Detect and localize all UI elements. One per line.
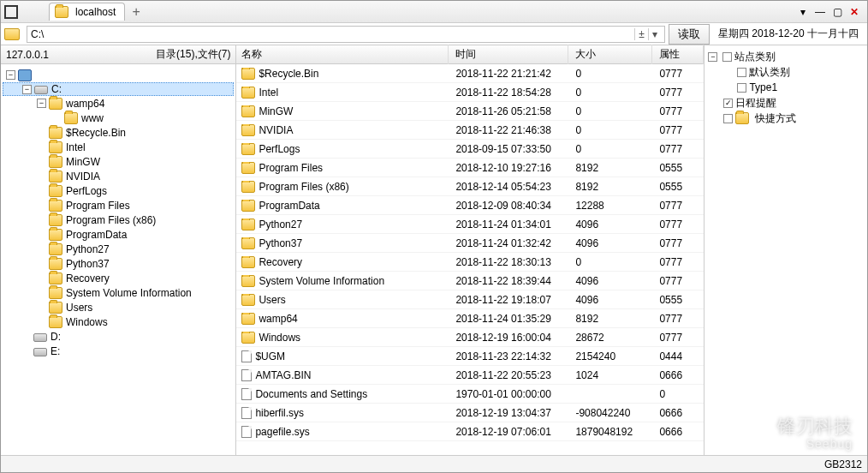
side-root[interactable]: − 站点类别 xyxy=(708,49,864,64)
file-row[interactable]: Python272018-11-24 01:34:0140960777 xyxy=(236,215,704,234)
file-row[interactable]: hiberfil.sys2018-12-19 13:04:37-90804224… xyxy=(236,404,704,422)
file-row[interactable]: Documents and Settings1970-01-01 00:00:0… xyxy=(236,385,704,404)
tree-item[interactable]: MinGW xyxy=(3,154,234,169)
tree-item-label: NVIDIA xyxy=(66,171,100,183)
tab-localhost[interactable]: localhost xyxy=(49,3,125,21)
spacer xyxy=(37,186,46,195)
address-box[interactable]: ± ▾ xyxy=(27,26,665,43)
minus-icon[interactable]: − xyxy=(6,70,15,80)
tree-item[interactable]: Windows xyxy=(3,314,234,329)
dir-summary: 目录(15),文件(7) xyxy=(156,47,230,62)
read-button[interactable]: 读取 xyxy=(669,24,710,45)
tree-item[interactable]: NVIDIA xyxy=(3,169,234,183)
file-icon xyxy=(241,426,252,438)
tree-item[interactable]: Python27 xyxy=(3,242,234,256)
file-row[interactable]: Program Files2018-12-10 19:27:1681920555 xyxy=(236,159,704,177)
spacer xyxy=(37,201,46,210)
checkbox-icon[interactable] xyxy=(722,52,732,62)
checkbox-icon[interactable]: ✓ xyxy=(723,99,733,108)
tree-item[interactable]: −C: xyxy=(3,82,234,96)
file-attr: 0777 xyxy=(652,256,704,268)
checkbox-icon[interactable] xyxy=(737,83,746,93)
col-attr[interactable]: 属性 xyxy=(652,45,704,64)
file-attr: 0777 xyxy=(652,200,704,212)
side-item[interactable]: 默认类别 xyxy=(708,64,864,80)
tree-item[interactable]: − xyxy=(3,68,234,82)
tree-item[interactable]: Recovery xyxy=(3,271,234,285)
tree-item[interactable]: Intel xyxy=(3,140,234,154)
side-panel: − 站点类别 默认类别Type1✓日程提醒快捷方式 xyxy=(705,45,867,455)
tree-item[interactable]: ProgramData xyxy=(3,227,234,242)
tab-title: localhost xyxy=(75,6,116,18)
folder-icon xyxy=(49,127,62,139)
address-dropdown[interactable]: ▾ xyxy=(648,28,661,40)
tree-header: 127.0.0.1 目录(15),文件(7) xyxy=(1,45,235,64)
file-row[interactable]: Users2018-11-22 19:18:0740960555 xyxy=(236,290,704,309)
list-header: 名称 时间 大小 属性 xyxy=(236,45,704,64)
file-row[interactable]: Program Files (x86)2018-12-14 05:54:2381… xyxy=(236,177,704,196)
minus-icon[interactable]: − xyxy=(22,85,32,94)
tree-item[interactable]: Python37 xyxy=(3,256,234,271)
tree-item[interactable]: PerfLogs xyxy=(3,183,234,198)
new-tab-button[interactable]: + xyxy=(125,4,146,20)
file-row[interactable]: wamp642018-11-24 01:35:2981920777 xyxy=(236,309,704,328)
tree-item[interactable]: D: xyxy=(3,329,234,344)
tree-item[interactable]: System Volume Information xyxy=(3,285,234,300)
file-row[interactable]: System Volume Information2018-11-22 18:3… xyxy=(236,272,704,290)
address-input[interactable] xyxy=(31,28,634,40)
file-row[interactable]: Python372018-11-24 01:32:4240960777 xyxy=(236,234,704,253)
file-row[interactable]: Intel2018-11-22 18:54:2800777 xyxy=(236,83,704,102)
file-row[interactable]: $Recycle.Bin2018-11-22 21:21:4200777 xyxy=(236,64,704,83)
file-time: 2018-11-24 01:32:42 xyxy=(449,237,568,249)
minus-icon[interactable]: − xyxy=(37,99,46,108)
file-time: 2018-12-14 05:54:23 xyxy=(449,181,568,193)
close-button[interactable]: ✕ xyxy=(847,5,862,19)
folder-icon xyxy=(241,256,255,268)
window-dropdown-button[interactable]: ▾ xyxy=(795,5,811,19)
minus-icon[interactable]: − xyxy=(708,52,717,62)
minimize-button[interactable]: — xyxy=(812,5,828,19)
file-name: System Volume Information xyxy=(259,275,384,287)
maximize-button[interactable]: ▢ xyxy=(829,5,845,19)
checkbox-icon[interactable] xyxy=(737,68,746,77)
folder-icon xyxy=(49,141,62,153)
file-row[interactable]: Recovery2018-11-22 18:30:1300777 xyxy=(236,253,704,272)
drive-icon xyxy=(33,348,47,356)
file-row[interactable]: $UGM2018-11-23 22:14:3221542400444 xyxy=(236,347,704,366)
file-time: 2018-11-22 19:18:07 xyxy=(449,294,568,306)
col-time[interactable]: 时间 xyxy=(449,45,568,64)
checkbox-icon[interactable] xyxy=(723,114,733,123)
folder-icon xyxy=(241,237,255,249)
file-attr: 0777 xyxy=(652,87,704,99)
file-name: NVIDIA xyxy=(259,124,293,136)
col-name[interactable]: 名称 xyxy=(236,45,449,64)
side-item[interactable]: 快捷方式 xyxy=(708,111,864,126)
file-row[interactable]: PerfLogs2018-09-15 07:33:5000777 xyxy=(236,140,704,159)
file-row[interactable]: AMTAG.BIN2018-11-22 20:55:2310240666 xyxy=(236,366,704,385)
col-size[interactable]: 大小 xyxy=(568,45,652,64)
tree-item-label: Windows xyxy=(66,316,108,328)
tree-item[interactable]: −wamp64 xyxy=(3,96,234,111)
tree-item-label: wamp64 xyxy=(66,98,104,110)
address-history-up[interactable]: ± xyxy=(634,28,648,40)
file-attr: 0666 xyxy=(652,426,704,438)
spacer xyxy=(21,332,31,341)
file-attr: 0666 xyxy=(652,369,704,381)
tree-item[interactable]: E: xyxy=(3,344,234,358)
file-attr: 0444 xyxy=(652,350,704,362)
tree-item[interactable]: Program Files xyxy=(3,198,234,213)
file-row[interactable]: Windows2018-12-19 16:00:04286720777 xyxy=(236,328,704,347)
file-row[interactable]: ProgramData2018-12-09 08:40:34122880777 xyxy=(236,196,704,215)
side-item[interactable]: Type1 xyxy=(708,80,864,95)
status-bar: GB2312 xyxy=(1,455,867,472)
tree-item[interactable]: www xyxy=(3,111,234,125)
file-row[interactable]: MinGW2018-11-26 05:21:5800777 xyxy=(236,102,704,121)
spacer xyxy=(37,302,46,312)
tree-item[interactable]: Program Files (x86) xyxy=(3,213,234,227)
tree-item-label: Recovery xyxy=(66,272,110,284)
file-row[interactable]: NVIDIA2018-11-22 21:46:3800777 xyxy=(236,121,704,140)
tree-item[interactable]: Users xyxy=(3,300,234,314)
tree-item[interactable]: $Recycle.Bin xyxy=(3,125,234,140)
side-item[interactable]: ✓日程提醒 xyxy=(708,95,864,111)
file-row[interactable]: pagefile.sys2018-12-19 07:06:01187904819… xyxy=(236,422,704,441)
